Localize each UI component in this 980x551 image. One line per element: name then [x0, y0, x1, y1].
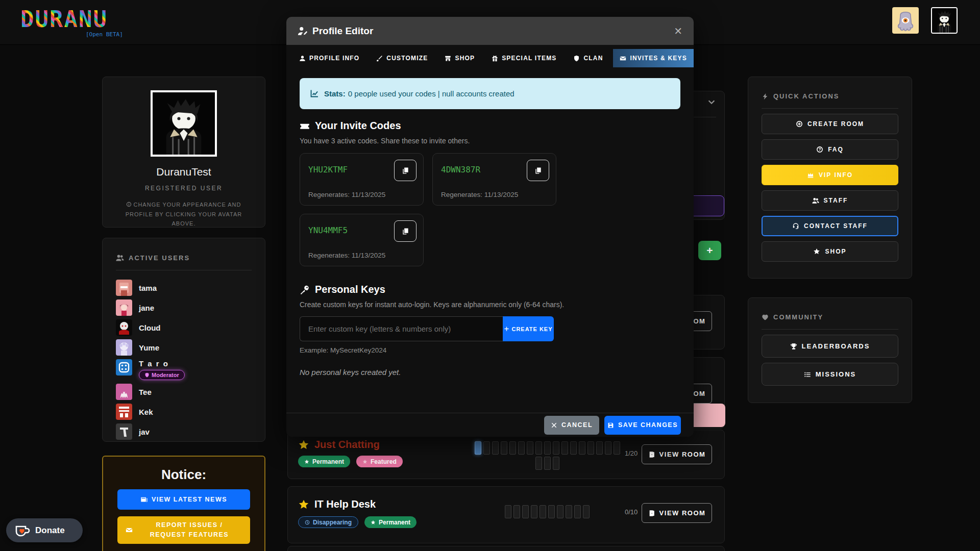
tab-invites-keys[interactable]: INVITES & KEYS — [613, 49, 694, 67]
capacity-slot — [518, 441, 525, 455]
room-name[interactable]: IT Help Desk — [314, 498, 376, 510]
crown-icon — [807, 171, 814, 179]
view-room-button[interactable]: VIEW ROOM — [642, 503, 712, 523]
stats-label: Stats: — [324, 89, 346, 98]
badge-permanent: Permanent — [298, 456, 350, 467]
tab-customize[interactable]: CUSTOMIZE — [370, 49, 434, 67]
chart-line-icon — [310, 89, 318, 98]
active-users-title: ACTIVE USERS — [129, 254, 190, 262]
users-icon — [812, 197, 819, 204]
regenerates-text: Regenerates: 11/13/2025 — [308, 252, 385, 259]
store-icon — [445, 55, 451, 62]
divider — [762, 329, 898, 330]
tab-shop[interactable]: SHOP — [438, 49, 481, 67]
copy-button[interactable] — [394, 220, 416, 242]
profile-hint-text: CHANGE YOUR APPEARANCE AND PROFILE BY CL… — [126, 202, 242, 227]
list-item-user[interactable]: jane — [116, 299, 252, 316]
contact-staff-button[interactable]: CONTACT STAFF — [762, 216, 898, 236]
clock-icon — [305, 520, 310, 525]
grid-spacer — [565, 153, 689, 206]
custom-key-input[interactable] — [300, 316, 503, 341]
tab-clan[interactable]: CLAN — [567, 49, 609, 67]
list-item-user[interactable]: Tee — [116, 384, 252, 400]
key-example: Example: MySecretKey2024 — [300, 346, 680, 354]
envelope-icon — [126, 527, 133, 534]
tab-profile-info[interactable]: PROFILE INFO — [292, 49, 366, 67]
faq-button[interactable]: FAQ — [762, 139, 898, 160]
report-issues-button[interactable]: REPORT ISSUES / REQUEST FEATURES — [117, 516, 250, 544]
view-latest-news-button[interactable]: VIEW LATEST NEWS — [117, 489, 250, 510]
avatar — [116, 299, 132, 316]
vip-info-button[interactable]: VIP INFO — [762, 165, 898, 185]
profile-name: DuranuTest — [103, 166, 265, 178]
cancel-button[interactable]: CANCEL — [544, 416, 599, 435]
button-label: STAFF — [824, 197, 848, 204]
divider — [762, 108, 898, 109]
tab-special-items[interactable]: SPECIAL ITEMS — [485, 49, 563, 67]
list-item-user[interactable]: Cloud — [116, 319, 252, 336]
shop-button[interactable]: SHOP — [762, 241, 898, 262]
character-icon — [932, 8, 957, 33]
moderator-badge-label: Moderator — [152, 372, 179, 378]
save-changes-button[interactable]: SAVE CHANGES — [604, 416, 681, 435]
capacity-slot — [548, 505, 555, 518]
badge-featured: Featured — [356, 456, 403, 467]
user-with-badge: T a r o Moderator — [139, 359, 185, 380]
copy-button[interactable] — [527, 160, 549, 181]
stats-value: 0 people used your codes | null accounts… — [348, 89, 514, 98]
list-item-user[interactable]: tama — [116, 280, 252, 296]
staff-button[interactable]: STAFF — [762, 190, 898, 211]
site-logo[interactable]: DURANU — [20, 6, 108, 32]
room-card-partial — [287, 546, 725, 551]
capacity-count: 0/10 — [625, 508, 638, 516]
create-room-button[interactable]: CREATE ROOM — [762, 114, 898, 134]
capacity-count: 1/20 — [625, 449, 638, 457]
missions-button[interactable]: MISSIONS — [762, 363, 898, 386]
divider — [116, 270, 252, 270]
shield-icon — [144, 372, 150, 378]
capacity-slot — [544, 441, 551, 455]
profile-card: DuranuTest REGISTERED USER CHANGE YOUR A… — [102, 77, 265, 228]
button-label: VIP INFO — [819, 171, 853, 179]
close-icon[interactable]: ✕ — [674, 26, 682, 36]
profile-avatar[interactable] — [151, 90, 217, 157]
room-name[interactable]: Just Chatting — [314, 439, 380, 450]
leaderboards-button[interactable]: LEADERBOARDS — [762, 335, 898, 358]
button-label: SHOP — [825, 248, 846, 255]
active-users-card: ACTIVE USERS tama jane Cloud — [102, 238, 265, 442]
tab-label: SHOP — [455, 55, 475, 62]
trophy-icon — [790, 343, 797, 350]
invite-codes-subtitle: You have 3 active codes. Share these to … — [300, 137, 680, 145]
username: T a r o — [139, 359, 169, 368]
list-item-user[interactable]: Yume — [116, 339, 252, 356]
create-key-button[interactable]: CREATE KEY — [503, 316, 554, 341]
creature-icon — [892, 7, 919, 34]
avatar — [116, 359, 132, 375]
keys-empty-message: No personal keys created yet. — [300, 368, 680, 377]
personal-keys-title: Personal Keys — [315, 284, 385, 295]
user-avatar[interactable] — [931, 7, 958, 34]
circle-plus-icon — [796, 120, 803, 128]
donate-button[interactable]: Donate — [6, 518, 83, 542]
copy-button[interactable] — [394, 160, 416, 181]
chevron-down-icon[interactable] — [707, 98, 716, 107]
heart-icon — [762, 314, 769, 321]
view-room-button[interactable]: VIEW ROOM — [642, 444, 712, 464]
capacity-slot — [605, 441, 611, 455]
avatar — [116, 319, 132, 336]
capacity-slot — [475, 441, 481, 455]
profile-hint: CHANGE YOUR APPEARANCE AND PROFILE BY CL… — [116, 200, 252, 229]
creature-avatar[interactable] — [892, 7, 919, 34]
tab-label: CUSTOMIZE — [386, 55, 428, 62]
room-card: Just Chatting Permanent Featured 1/20 VI… — [287, 430, 725, 479]
capacity-slot — [522, 505, 529, 518]
list-item-user[interactable]: jav — [116, 423, 252, 440]
username: Kek — [139, 408, 153, 416]
list-item-user[interactable]: T a r o Moderator — [116, 359, 252, 380]
notice-title: Notice: — [103, 467, 264, 483]
invite-code: 4DWN387R — [441, 165, 480, 174]
add-button[interactable]: + — [698, 241, 721, 260]
capacity-slot — [483, 441, 490, 455]
list-item-user[interactable]: Kek — [116, 404, 252, 420]
page: + VIEW ROOM VIEW ROOM Just Chatting Perm… — [0, 0, 980, 551]
